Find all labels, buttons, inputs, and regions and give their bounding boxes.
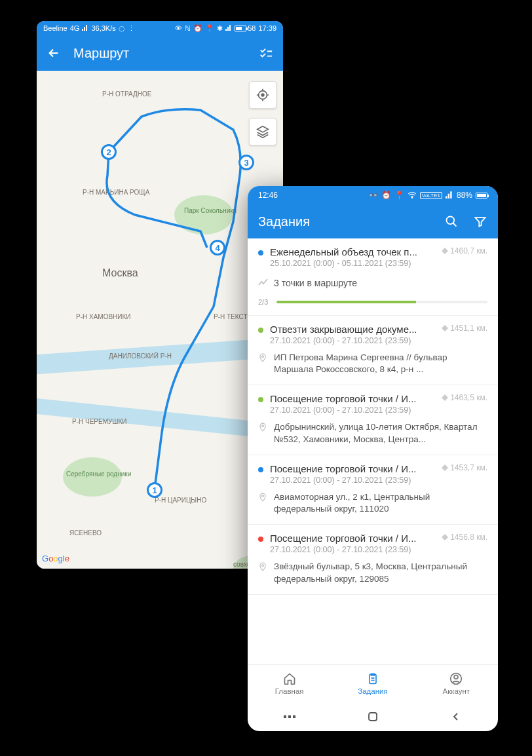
battery-label: 88%: [457, 191, 472, 200]
map-pin-3[interactable]: 3: [238, 155, 254, 170]
svg-rect-13: [293, 715, 295, 718]
task-dates: 27.10.2021 (0:00) - 27.10.2021 (23:59): [270, 476, 435, 485]
glasses-icon: 👓: [368, 191, 378, 200]
battery-icon: [476, 193, 487, 198]
task-title: Посещение торговой точки / И...: [270, 533, 435, 544]
status-dot: [258, 467, 263, 472]
location-icon: [258, 561, 269, 575]
alarm-icon: ⏰: [381, 191, 391, 200]
progress-fraction: 2/3: [258, 298, 270, 306]
task-item[interactable]: Посещение торговой точки / И...27.10.202…: [248, 385, 498, 455]
task-dates: 27.10.2021 (0:00) - 27.10.2021 (23:59): [270, 545, 435, 554]
status-dot: [258, 328, 263, 333]
home-button[interactable]: [366, 710, 379, 723]
nav-tasks[interactable]: Задания: [331, 665, 414, 702]
task-distance: 1453,7 км.: [442, 463, 487, 472]
task-dates: 25.10.2021 (0:00) - 05.11.2021 (23:59): [270, 259, 435, 268]
svg-point-6: [262, 495, 264, 497]
speed-label: 36,3K/s: [91, 24, 115, 32]
task-list[interactable]: Еженедельный объезд точек п... 25.10.202…: [248, 238, 498, 664]
task-address: Добрынинский, улица 10-летия Октября, Кв…: [274, 421, 487, 445]
appbar-title: Задания: [258, 214, 310, 229]
location-icon: 📍: [394, 191, 404, 200]
task-title: Посещение торговой точки / И...: [270, 393, 435, 404]
task-address: Авиамоторная ул., 2 к1, Центральный феде…: [274, 491, 487, 515]
signal-icon: [82, 24, 88, 32]
location-icon: [258, 492, 269, 505]
search-button[interactable]: [444, 214, 459, 229]
back-button[interactable]: [46, 45, 62, 61]
alarm-icon: ⏰: [193, 24, 202, 33]
svg-point-3: [447, 217, 455, 225]
task-item[interactable]: Посещение торговой точки / И...27.10.202…: [248, 525, 498, 594]
map-pin-1[interactable]: 1: [147, 482, 162, 498]
task-dates: 27.10.2021 (0:00) - 27.10.2021 (23:59): [270, 406, 435, 415]
statusbar: Beeline 4G 36,3K/s ◌ ⋮ 👁 ℕ ⏰ 📍 ✱ 58 17:3…: [37, 21, 283, 35]
wifi-icon: [408, 191, 417, 200]
appbar: Задания: [248, 204, 498, 238]
svg-rect-11: [284, 715, 286, 718]
location-icon: [258, 422, 269, 435]
bubble-icon: ◌: [119, 24, 125, 33]
svg-point-5: [262, 425, 264, 427]
status-dot: [258, 250, 263, 255]
svg-rect-12: [288, 715, 291, 718]
nav-home[interactable]: Главная: [248, 665, 331, 702]
network-label: 4G: [70, 24, 80, 32]
carrier-label: Beeline: [43, 24, 67, 32]
map-pin-4[interactable]: 4: [210, 240, 225, 255]
task-address: ИП Петрова Марина Сергеевна // бульвар М…: [274, 352, 487, 375]
battery-icon: 58: [235, 24, 256, 32]
status-dot: [258, 397, 263, 402]
nav-label: Задания: [358, 687, 387, 695]
task-title: Еженедельный объезд точек п...: [270, 246, 435, 257]
task-item[interactable]: Еженедельный объезд точек п... 25.10.202…: [248, 238, 498, 316]
status-dot: [258, 537, 263, 542]
signal-icon-2: [225, 24, 232, 32]
checklist-button[interactable]: [258, 45, 274, 61]
time-label: 12:46: [258, 191, 278, 200]
softkeys: [248, 702, 498, 731]
appbar-title: Маршрут: [73, 46, 129, 61]
task-item[interactable]: Посещение торговой точки / И...27.10.202…: [248, 455, 498, 525]
map-pin-2[interactable]: 2: [101, 144, 117, 160]
progress-bar: [276, 301, 487, 303]
task-distance: 1463,5 км.: [442, 393, 487, 402]
task-title: Отвезти закрывающие докуме...: [270, 324, 435, 335]
nav-label: Аккаунт: [443, 687, 470, 695]
nfc-icon: ℕ: [185, 24, 191, 33]
points-label: 3 точки в маршруте: [274, 278, 357, 288]
svg-point-7: [262, 565, 264, 567]
phone-tasks: 12:46 👓 ⏰ 📍 VoLTE1 88% Задания: [248, 186, 498, 731]
svg-point-1: [261, 94, 264, 96]
google-logo: Google: [42, 554, 69, 563]
svg-point-4: [262, 356, 264, 358]
recent-apps-button[interactable]: [283, 710, 296, 723]
svg-rect-14: [369, 713, 377, 721]
task-address: Звёздный бульвар, 5 к3, Москва, Централь…: [274, 561, 487, 584]
signal-icon: [446, 191, 453, 200]
task-distance: 1451,1 км.: [442, 324, 487, 333]
locate-button[interactable]: [249, 81, 276, 109]
eye-icon: 👁: [175, 24, 182, 32]
volte-icon: VoLTE1: [420, 192, 442, 199]
task-item[interactable]: Отвезти закрывающие докуме...27.10.2021 …: [248, 316, 498, 385]
filter-button[interactable]: [473, 214, 487, 229]
nav-label: Главная: [275, 687, 304, 695]
task-distance: 1460,7 км.: [442, 246, 487, 255]
appbar: Маршрут: [37, 35, 283, 71]
nav-account[interactable]: Аккаунт: [415, 665, 498, 702]
trend-icon: [258, 277, 269, 289]
location-icon: 📍: [205, 24, 214, 33]
task-dates: 27.10.2021 (0:00) - 27.10.2021 (23:59): [270, 336, 435, 345]
time-label: 17:39: [258, 24, 276, 32]
phone-map: Beeline 4G 36,3K/s ◌ ⋮ 👁 ℕ ⏰ 📍 ✱ 58 17:3…: [37, 21, 283, 569]
bottom-nav: Главная Задания Аккаунт: [248, 664, 498, 702]
layers-button[interactable]: [249, 118, 276, 145]
map-view[interactable]: Р-Н ОТРАДНОЕ Р-Н МАРЬИНА РОЩА Парк Сокол…: [37, 71, 283, 569]
svg-point-10: [454, 675, 458, 679]
task-title: Посещение торговой точки / И...: [270, 463, 435, 474]
statusbar: 12:46 👓 ⏰ 📍 VoLTE1 88%: [248, 186, 498, 204]
task-distance: 1456,8 км.: [442, 533, 487, 542]
back-button[interactable]: [449, 710, 463, 723]
